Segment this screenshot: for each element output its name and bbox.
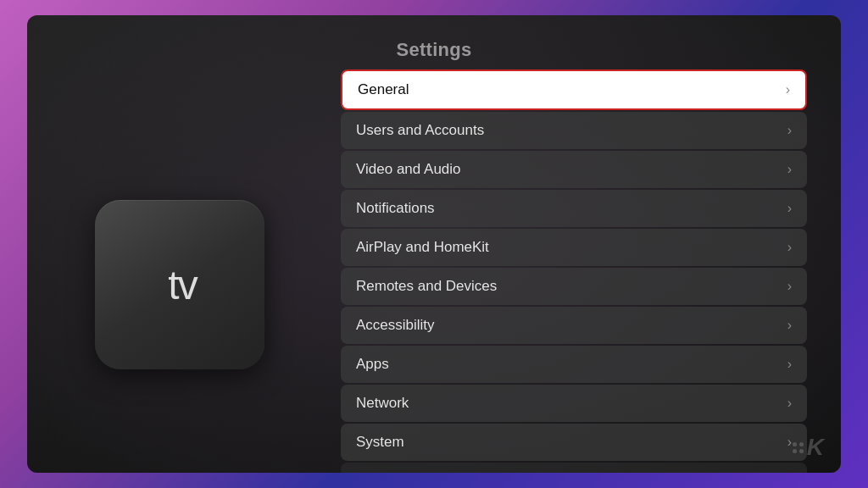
settings-item-system[interactable]: System› bbox=[341, 424, 807, 461]
chevron-icon-apps: › bbox=[787, 357, 792, 372]
tv-label: tv bbox=[168, 262, 196, 308]
settings-label-airplay-homekit: AirPlay and HomeKit bbox=[356, 239, 489, 256]
chevron-icon-accessibility: › bbox=[787, 318, 792, 333]
settings-item-sleep-now[interactable]: Sleep Now bbox=[341, 463, 807, 473]
dot bbox=[793, 442, 797, 446]
settings-label-general: General bbox=[358, 81, 409, 98]
device-panel: tv bbox=[61, 200, 298, 369]
watermark-dots bbox=[793, 442, 804, 453]
settings-panel: General›Users and Accounts›Video and Aud… bbox=[341, 69, 807, 473]
settings-label-users-accounts: Users and Accounts bbox=[356, 122, 484, 139]
settings-item-network[interactable]: Network› bbox=[341, 385, 807, 422]
settings-item-notifications[interactable]: Notifications› bbox=[341, 190, 807, 227]
settings-label-accessibility: Accessibility bbox=[356, 317, 435, 334]
settings-label-apps: Apps bbox=[356, 356, 389, 373]
dot bbox=[799, 442, 804, 446]
content-area: tv General›Users and Accounts›Video and … bbox=[27, 69, 841, 473]
screen-container: Settings tv General›Users and Accounts›V… bbox=[27, 15, 841, 473]
dot bbox=[799, 449, 804, 453]
settings-item-users-accounts[interactable]: Users and Accounts› bbox=[341, 112, 807, 149]
chevron-icon-system: › bbox=[787, 435, 792, 450]
settings-label-remotes-devices: Remotes and Devices bbox=[356, 278, 497, 295]
appletv-logo: tv bbox=[163, 262, 196, 308]
settings-item-airplay-homekit[interactable]: AirPlay and HomeKit› bbox=[341, 229, 807, 266]
chevron-icon-airplay-homekit: › bbox=[787, 240, 792, 255]
settings-item-general[interactable]: General› bbox=[341, 69, 807, 110]
chevron-icon-remotes-devices: › bbox=[787, 279, 792, 294]
watermark-k: K bbox=[807, 434, 824, 461]
settings-label-notifications: Notifications bbox=[356, 200, 435, 217]
appletv-device: tv bbox=[95, 200, 264, 369]
settings-item-apps[interactable]: Apps› bbox=[341, 346, 807, 383]
dot bbox=[793, 449, 797, 453]
chevron-icon-users-accounts: › bbox=[787, 123, 792, 138]
chevron-icon-video-audio: › bbox=[787, 162, 792, 177]
settings-item-accessibility[interactable]: Accessibility› bbox=[341, 307, 807, 344]
settings-label-system: System bbox=[356, 434, 404, 451]
chevron-icon-general: › bbox=[786, 82, 790, 97]
settings-item-video-audio[interactable]: Video and Audio› bbox=[341, 151, 807, 188]
page-title: Settings bbox=[396, 39, 471, 61]
chevron-icon-network: › bbox=[787, 396, 792, 411]
settings-label-network: Network bbox=[356, 395, 409, 412]
watermark: K bbox=[793, 434, 824, 461]
chevron-icon-notifications: › bbox=[787, 201, 792, 216]
settings-label-video-audio: Video and Audio bbox=[356, 161, 461, 178]
settings-item-remotes-devices[interactable]: Remotes and Devices› bbox=[341, 268, 807, 305]
